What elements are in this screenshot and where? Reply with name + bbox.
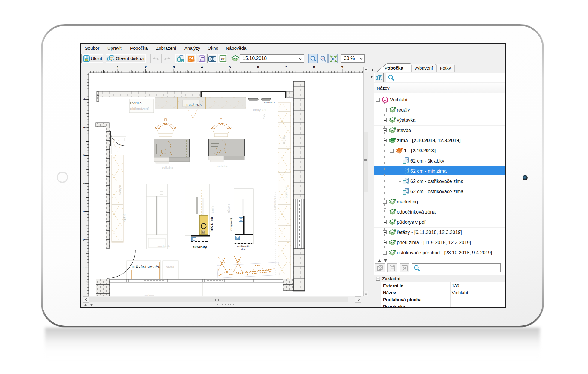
svg-text:zima: zima [241,248,246,251]
svg-text:1: 1 [83,98,85,100]
svg-text:Pobočka: Pobočka [385,65,404,70]
svg-text:3: 3 [83,154,85,156]
svg-text:1: 1 [117,65,118,69]
svg-text:KRYTY KOL: KRYTY KOL [264,102,275,104]
svg-text:občerstvení: občerstvení [130,107,149,111]
svg-text:Vybavení: Vybavení [414,65,433,70]
svg-text:autochemie: autochemie [157,245,170,248]
svg-text:prodejna: prodejna [144,294,154,296]
svg-text:náplně: náplně [122,214,126,223]
svg-text:nápoje: nápoje [227,204,230,213]
svg-text:7: 7 [83,267,85,269]
svg-text:2: 2 [145,65,147,69]
svg-text:5: 5 [229,65,231,69]
svg-text:6: 6 [257,65,259,69]
svg-text:stěrače: stěrače [118,185,122,195]
svg-text:clony: clony [211,206,214,213]
svg-text:GRAFIKA: GRAFIKA [130,102,142,104]
svg-text:kryty: kryty [262,114,265,119]
svg-text:Fotky: Fotky [440,65,451,70]
svg-text:2: 2 [83,127,85,128]
svg-text:kapota: kapota [166,265,174,268]
svg-text:mix zima: mix zima [209,217,214,232]
svg-text:pokladna: pokladna [162,166,173,169]
svg-text:sortiment: sortiment [285,186,288,198]
svg-text:STŘEŠNÍ NOSIČE: STŘEŠNÍ NOSIČE [132,265,160,269]
svg-text:mix výprodej: mix výprodej [230,218,232,231]
svg-text:9: 9 [341,65,343,69]
svg-text:autochemie: autochemie [274,196,277,210]
svg-text:6: 6 [83,239,85,241]
svg-text:TISKÁRNA: TISKÁRNA [184,103,202,106]
svg-text:3: 3 [173,65,175,69]
svg-text:4: 4 [201,65,203,69]
svg-text:5: 5 [83,211,85,212]
svg-text:8: 8 [313,65,315,69]
svg-text:b: b [224,57,226,61]
svg-text:pokladna: pokladna [217,165,228,168]
svg-text:4: 4 [83,182,85,184]
svg-text:ostřikovače: ostřikovače [237,245,250,248]
svg-text:regály: regály [282,136,286,144]
svg-text:kryty kol: kryty kol [253,108,266,112]
svg-text:7: 7 [285,65,287,69]
svg-text:škrabky: škrabky [192,245,207,249]
